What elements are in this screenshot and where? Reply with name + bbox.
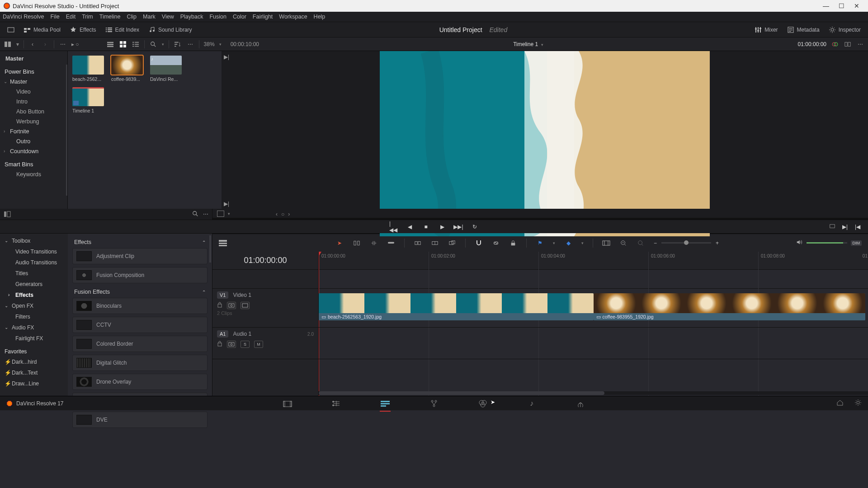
viewer-zoom[interactable]: 38% <box>204 41 215 47</box>
zoom-in-icon[interactable]: + <box>716 240 719 246</box>
go-out-icon[interactable]: |◀ <box>854 223 862 231</box>
media-page-icon[interactable] <box>281 397 294 410</box>
favorite-item[interactable]: ⚡Dark...hird <box>0 357 68 367</box>
zoom-slider[interactable] <box>661 242 711 244</box>
dim-button[interactable]: DIM <box>851 240 862 246</box>
clip-thumb[interactable]: coffee-9839... <box>111 56 143 82</box>
timeline-view-options-icon[interactable] <box>219 239 227 247</box>
project-settings-icon[interactable] <box>854 399 862 408</box>
video-track-header[interactable]: V1 Video 1 2 Clips <box>212 289 318 328</box>
clip-thumb[interactable]: beach-2562... <box>72 56 104 82</box>
timeline-ruler[interactable]: 01:00:00:00 01:00:02:00 01:00:04:00 01:0… <box>319 252 868 270</box>
timeline-clip[interactable]: ▭beach-2562563_1920.jpg <box>319 293 594 320</box>
minimize-button[interactable]: — <box>818 0 834 11</box>
overwrite-clip-icon[interactable] <box>431 239 439 247</box>
timeline-timecode[interactable]: 01:00:00:00 <box>212 252 318 270</box>
fullscreen-toggle[interactable] <box>5 24 17 35</box>
fx-category[interactable]: Video Transitions <box>0 246 68 257</box>
bin-item[interactable]: ⌄Master <box>0 77 67 87</box>
fx-category[interactable]: ⌄Open FX <box>0 300 68 311</box>
bin-view-icon[interactable] <box>4 40 12 48</box>
fx-search-icon[interactable] <box>192 211 198 218</box>
mute-icon[interactable]: M <box>254 341 263 348</box>
blade-tool-icon[interactable] <box>387 239 395 247</box>
bin-item[interactable]: Keywords <box>0 169 67 179</box>
fx-more-icon[interactable]: ⋯ <box>203 211 208 217</box>
nav-back-icon[interactable]: ‹ <box>28 40 37 48</box>
fx-panel-layout-icon[interactable] <box>4 211 11 218</box>
menu-item[interactable]: Timeline <box>99 14 121 20</box>
path-icon[interactable]: ⋯ <box>59 40 67 48</box>
play-reverse-button[interactable]: ◀ <box>406 223 414 231</box>
menu-item[interactable]: Clip <box>127 14 137 20</box>
lock-icon[interactable] <box>509 239 517 247</box>
zoom-to-fit-icon[interactable] <box>619 239 627 247</box>
list-view-b-icon[interactable] <box>132 40 140 48</box>
auto-select-icon[interactable] <box>227 302 236 309</box>
next-edit-icon[interactable]: › <box>288 211 290 217</box>
replace-clip-icon[interactable] <box>448 239 456 247</box>
bin-item[interactable]: Abo Button <box>0 107 67 117</box>
timeline-thumb[interactable]: Timeline 1 <box>72 87 104 113</box>
timeline-selector[interactable]: Timeline 1 <box>513 41 538 47</box>
bin-item[interactable]: Intro <box>0 97 67 107</box>
flag-icon[interactable]: ⚑ <box>536 239 544 247</box>
track-tag[interactable]: A1 <box>217 330 228 338</box>
edit-index-toggle[interactable]: Edit Index <box>103 24 142 35</box>
timeline-scrollbar[interactable] <box>319 391 868 395</box>
path-dropdown[interactable]: ▸ ○ <box>71 41 79 47</box>
deliver-page-icon[interactable] <box>574 397 587 410</box>
stop-button[interactable]: ■ <box>422 223 430 231</box>
selection-tool-icon[interactable]: ➤ <box>335 239 344 247</box>
effect-item[interactable]: Adjustment Clip <box>72 248 208 264</box>
video-track[interactable]: ▭beach-2562563_1920.jpg ▭coffee-983955_1… <box>319 289 868 328</box>
fx-group-header[interactable]: Fusion Effects⌃ <box>72 286 208 298</box>
match-icon[interactable] <box>828 223 836 231</box>
menu-item[interactable]: Fairlight <box>253 14 273 20</box>
inspector-toggle[interactable]: Inspector <box>826 24 863 35</box>
fx-category[interactable]: ›Effects <box>0 290 68 300</box>
menu-item[interactable]: Mark <box>143 14 156 20</box>
maximize-button[interactable]: ☐ <box>834 0 849 11</box>
effect-item[interactable]: Colored Border <box>72 336 208 352</box>
list-view-a-icon[interactable] <box>106 40 114 48</box>
viewer-more-icon[interactable]: ⋯ <box>856 40 864 48</box>
last-frame-button[interactable]: ▶▶| <box>454 223 462 231</box>
link-icon[interactable] <box>492 239 500 247</box>
dynamic-trim-icon[interactable] <box>370 239 378 247</box>
disable-video-icon[interactable] <box>241 302 250 309</box>
effect-item[interactable]: CCTV <box>72 317 208 333</box>
chevron-down-icon[interactable]: ⌄ <box>5 303 8 308</box>
bin-item[interactable]: ›Countdown <box>0 146 67 156</box>
cut-page-icon[interactable] <box>330 397 343 410</box>
chevron-right-icon[interactable]: › <box>8 292 9 297</box>
menu-item[interactable]: Edit <box>66 14 76 20</box>
match-frame-icon[interactable]: ▶| <box>223 54 230 60</box>
fx-category[interactable]: Filters <box>0 311 68 322</box>
chevron-right-icon[interactable]: › <box>4 149 5 154</box>
mixer-toggle[interactable]: Mixer <box>752 24 780 35</box>
fx-group-header[interactable]: Effects⌃ <box>72 236 208 248</box>
clip-thumb[interactable]: ♪ DaVinci Re... <box>150 56 182 82</box>
timeline-area[interactable]: 01:00:00:00 01:00:02:00 01:00:04:00 01:0… <box>319 252 868 396</box>
chevron-right-icon[interactable]: › <box>4 129 5 134</box>
solo-icon[interactable]: S <box>241 341 250 348</box>
effect-item[interactable]: Fusion Composition <box>72 267 208 283</box>
play-button[interactable]: ▶ <box>438 223 446 231</box>
track-tag[interactable]: V1 <box>217 291 228 299</box>
fx-category[interactable]: Fairlight FX <box>0 333 68 344</box>
fx-category[interactable]: ⌄Audio FX <box>0 322 68 333</box>
viewer-timecode[interactable]: 01:00:00:00 <box>798 41 826 47</box>
media-pool-toggle[interactable]: Media Pool <box>21 24 63 35</box>
metadata-toggle[interactable]: Metadata <box>784 24 822 35</box>
marker-icon[interactable]: ◆ <box>564 239 572 247</box>
fx-category[interactable]: Generators <box>0 279 68 290</box>
menu-item[interactable]: View <box>162 14 174 20</box>
volume-slider[interactable] <box>807 242 847 244</box>
timeline-clip[interactable]: ▭coffee-983955_1920.jpg <box>594 293 865 320</box>
collapse-icon[interactable]: ⌃ <box>202 240 206 245</box>
thumb-view-icon[interactable] <box>119 40 127 48</box>
favorite-item[interactable]: ⚡Draw...Line <box>0 378 68 389</box>
range-icon[interactable] <box>602 239 610 247</box>
chevron-down-icon[interactable]: ⌄ <box>5 325 8 330</box>
